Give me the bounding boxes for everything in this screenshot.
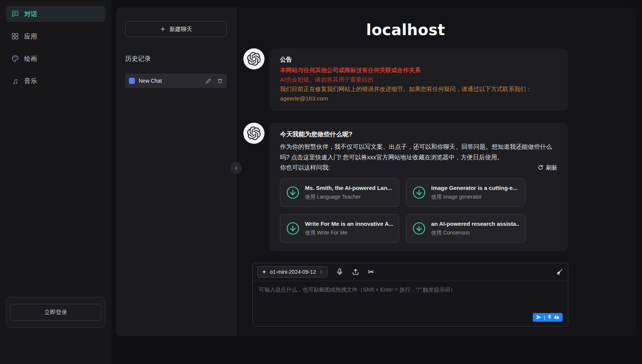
assistant-avatar — [243, 123, 265, 144]
music-note-icon: ♫ — [11, 77, 19, 85]
message-input[interactable] — [259, 286, 562, 310]
chevron-right-icon — [319, 270, 323, 274]
new-chat-button[interactable]: 新建聊天 — [125, 21, 227, 37]
welcome-body: 作为你的智慧伙伴，我不仅可以写文案、出点子，还可以和你聊天、回答问题。想知道我还… — [280, 142, 557, 162]
chat-color-swatch — [129, 78, 135, 84]
suggestion-subtitle: 使用 Consensus — [431, 230, 519, 236]
battery-icon — [548, 315, 552, 320]
login-panel: 立即登录 — [6, 297, 105, 328]
openai-logo-icon — [247, 52, 261, 66]
refresh-suggestions-button[interactable]: 刷新 — [538, 163, 557, 173]
microphone-icon[interactable] — [336, 268, 343, 276]
send-button[interactable]: | 4k — [533, 313, 563, 322]
chat-workspace: 新建聊天 历史记录 New Chat localhost — [116, 8, 636, 336]
suggestion-title: an AI-powered research assista... — [431, 221, 519, 227]
chat-list-panel: 新建聊天 历史记录 New Chat — [116, 8, 236, 336]
collapse-sidebar-button[interactable] — [231, 163, 241, 173]
chat-main-panel: localhost 公告 本网站与任何其他公司或商标没有任何关联或合作关系 AI… — [236, 8, 636, 336]
assistant-message-welcome: 今天我能为您做些什么呢? 作为你的智慧伙伴，我不仅可以写文案、出点子，还可以和你… — [243, 123, 568, 251]
suggestion-subtitle: 使用 Write For Me — [305, 230, 393, 236]
login-button[interactable]: 立即登录 — [10, 304, 101, 321]
delete-chat-icon[interactable] — [217, 78, 223, 84]
chat-item-title: New Chat — [139, 78, 200, 84]
announcement-bubble: 公告 本网站与任何其他公司或商标没有任何关联或合作关系 AI也会犯错。请勿将其用… — [269, 48, 568, 111]
welcome-heading: 今天我能为您做些什么呢? — [280, 130, 557, 139]
suggestion-card[interactable]: an AI-powered research assista... 使用 Con… — [406, 214, 525, 243]
suggestion-card[interactable]: Image Generator is a cutting-e... 使用 ima… — [406, 178, 525, 207]
send-plane-icon — [536, 315, 541, 320]
sparkle-icon — [261, 269, 267, 275]
send-divider: | — [544, 315, 545, 320]
sidebar-item-chat[interactable]: 对话 — [6, 6, 105, 22]
token-count: 4k — [554, 315, 559, 320]
sidebar-item-label: 对话 — [24, 10, 37, 19]
upload-icon[interactable] — [352, 268, 359, 276]
suggestion-card[interactable]: Write For Me is an innovative A... 使用 Wr… — [280, 214, 399, 243]
sidebar-item-label: 应用 — [24, 32, 37, 41]
refresh-icon — [538, 165, 543, 170]
history-title: 历史记录 — [125, 54, 227, 63]
app-sidebar: 对话 应用 绘画 ♫ 音乐 立即登录 — [0, 0, 111, 364]
welcome-bubble: 今天我能为您做些什么呢? 作为你的智慧伙伴，我不仅可以写文案、出点子，还可以和你… — [269, 123, 568, 251]
arrow-down-circle-icon — [286, 186, 300, 199]
plus-icon — [160, 26, 166, 32]
refresh-label: 刷新 — [546, 163, 557, 173]
arrow-down-circle-icon — [412, 186, 426, 199]
arrow-down-circle-icon — [412, 222, 426, 235]
chat-bubble-icon — [11, 10, 19, 18]
sidebar-item-label: 绘画 — [24, 54, 37, 63]
arrow-down-circle-icon — [286, 222, 300, 235]
palette-icon — [11, 55, 19, 62]
announcement-line-1: 本网站与任何其他公司或商标没有任何关联或合作关系 — [280, 66, 557, 74]
announcement-line-2: AI也会犯错。请勿将其用于重要目的 — [280, 76, 557, 84]
sidebar-item-drawing[interactable]: 绘画 — [6, 51, 105, 66]
sidebar-item-label: 音乐 — [24, 77, 37, 85]
sidebar-item-music[interactable]: ♫ 音乐 — [6, 73, 105, 89]
suggestion-grid: Ms. Smith, the AI-powered Lan... 使用 Lang… — [280, 178, 557, 243]
edit-chat-icon[interactable] — [206, 78, 211, 84]
suggestion-title: Ms. Smith, the AI-powered Lan... — [305, 185, 392, 191]
page-title: localhost — [243, 21, 568, 39]
assistant-avatar — [243, 48, 265, 69]
chat-history-item[interactable]: New Chat — [125, 74, 227, 88]
announcement-line-3: 我们目前正在修复我们网站上的错误并改进细节。如果您有任何疑问，请通过以下方式联系… — [280, 85, 557, 93]
chevron-left-icon — [234, 166, 239, 171]
broom-icon[interactable] — [556, 268, 563, 276]
ask-hint: 你也可以这样问我: — [280, 162, 330, 173]
apps-grid-icon — [11, 32, 19, 40]
openai-logo-icon — [247, 126, 261, 140]
suggestion-title: Write For Me is an innovative A... — [305, 221, 393, 227]
composer-body: | 4k — [253, 281, 568, 326]
scissors-icon[interactable]: ✂ — [368, 268, 374, 276]
suggestion-subtitle: 使用 image generator — [431, 194, 517, 201]
sidebar-item-apps[interactable]: 应用 — [6, 28, 105, 44]
suggestion-title: Image Generator is a cutting-e... — [431, 185, 517, 191]
announcement-heading: 公告 — [280, 56, 557, 64]
new-chat-label: 新建聊天 — [170, 26, 192, 33]
suggestion-subtitle: 使用 Language Teacher — [305, 194, 392, 201]
message-composer: o1-mini-2024-09-12 — [252, 263, 568, 327]
composer-toolbar: o1-mini-2024-09-12 — [253, 263, 568, 281]
suggestion-card[interactable]: Ms. Smith, the AI-powered Lan... 使用 Lang… — [280, 178, 399, 207]
contact-email-link[interactable]: ageerle@163.com — [280, 95, 328, 102]
assistant-message-announcement: 公告 本网站与任何其他公司或商标没有任何关联或合作关系 AI也会犯错。请勿将其用… — [243, 48, 568, 111]
model-selector[interactable]: o1-mini-2024-09-12 — [257, 266, 328, 278]
model-label: o1-mini-2024-09-12 — [270, 269, 316, 275]
